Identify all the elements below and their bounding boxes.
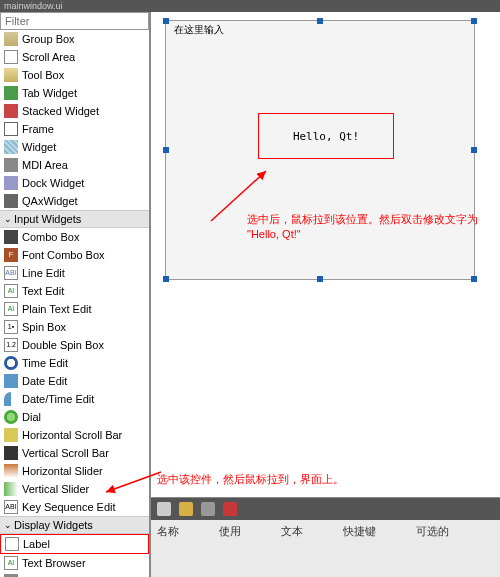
widget-label: Frame	[22, 123, 54, 135]
datetimeedit-item[interactable]: Date/Time Edit	[0, 390, 149, 408]
dockwidget-item[interactable]: Dock Widget	[0, 174, 149, 192]
window-titlebar: mainwindow.ui	[0, 0, 500, 12]
col-used[interactable]: 使用	[219, 524, 241, 539]
resize-handle[interactable]	[163, 276, 169, 282]
svg-line-1	[106, 472, 161, 492]
tabwidget-item[interactable]: Tab Widget	[0, 84, 149, 102]
widget-label: Text Browser	[22, 557, 86, 569]
plaintext-item-icon: AI	[4, 302, 18, 316]
resize-handle[interactable]	[163, 147, 169, 153]
fontcombo-item-icon: F	[4, 248, 18, 262]
col-text[interactable]: 文本	[281, 524, 303, 539]
widget-item[interactable]: Widget	[0, 138, 149, 156]
textbrowser-item-icon: AI	[4, 556, 18, 570]
textbrowser-item[interactable]: AIText Browser	[0, 554, 149, 572]
widget-label: MDI Area	[22, 159, 68, 171]
widget-label: Stacked Widget	[22, 105, 99, 117]
annotation-arrow-icon	[101, 467, 171, 497]
frame-item[interactable]: Frame	[0, 120, 149, 138]
dateedit-item[interactable]: Date Edit	[0, 372, 149, 390]
widget-label: Label	[23, 538, 50, 550]
hscrollbar-item[interactable]: Horizontal Scroll Bar	[0, 426, 149, 444]
datetimeedit-item-icon	[4, 392, 18, 406]
form-editor-canvas[interactable]: 在这里输入 Hello, Qt! 选中后，鼠标拉到该位置。然后双击修改文字为 "…	[150, 12, 500, 577]
widget-label: Vertical Slider	[22, 483, 89, 495]
doublespin-item-icon: 1.2	[4, 338, 18, 352]
chevron-down-icon: ⌄	[4, 520, 12, 530]
folder-icon[interactable]	[179, 502, 193, 516]
dial-item-icon	[4, 410, 18, 424]
frame-item-icon	[4, 122, 18, 136]
dockwidget-item-icon	[4, 176, 18, 190]
new-action-icon[interactable]	[157, 502, 171, 516]
action-table-header: 名称 使用 文本 快捷键 可选的	[151, 520, 500, 543]
action-editor-panel: 名称 使用 文本 快捷键 可选的	[151, 497, 500, 577]
mdiarea-item[interactable]: MDI Area	[0, 156, 149, 174]
form-menubar-hint[interactable]: 在这里输入	[174, 23, 224, 37]
resize-handle[interactable]	[471, 276, 477, 282]
widget-label: Group Box	[22, 33, 75, 45]
stackedwidget-item[interactable]: Stacked Widget	[0, 102, 149, 120]
widget-label: Spin Box	[22, 321, 66, 333]
input-widgets-group-header[interactable]: ⌄ Input Widgets	[0, 210, 149, 228]
label-widget[interactable]: Hello, Qt!	[258, 113, 394, 159]
widget-label: Font Combo Box	[22, 249, 105, 261]
widget-label: Time Edit	[22, 357, 68, 369]
group-label: Display Widgets	[14, 519, 93, 531]
widget-label: Horizontal Slider	[22, 465, 103, 477]
widget-label: Text Edit	[22, 285, 64, 297]
plaintext-item[interactable]: AIPlain Text Edit	[0, 300, 149, 318]
combobox-item[interactable]: Combo Box	[0, 228, 149, 246]
textedit-item[interactable]: AIText Edit	[0, 282, 149, 300]
combobox-item-icon	[4, 230, 18, 244]
timeedit-item[interactable]: Time Edit	[0, 354, 149, 372]
label-item-icon	[5, 537, 19, 551]
widget-label: Scroll Area	[22, 51, 75, 63]
toolbox-item[interactable]: Tool Box	[0, 66, 149, 84]
graphicsview-item[interactable]: Graphics View	[0, 572, 149, 577]
vscrollbar-item-icon	[4, 446, 18, 460]
keyseq-item[interactable]: ABIKey Sequence Edit	[0, 498, 149, 516]
widget-label: QAxWidget	[22, 195, 78, 207]
mdiarea-item-icon	[4, 158, 18, 172]
timeedit-item-icon	[4, 356, 18, 370]
filter-input[interactable]	[0, 12, 149, 30]
qaxwidget-item[interactable]: QAxWidget	[0, 192, 149, 210]
vscrollbar-item[interactable]: Vertical Scroll Bar	[0, 444, 149, 462]
resize-handle[interactable]	[163, 18, 169, 24]
groupbox-item-icon	[4, 32, 18, 46]
col-name[interactable]: 名称	[157, 524, 179, 539]
tabwidget-item-icon	[4, 86, 18, 100]
fontcombo-item[interactable]: FFont Combo Box	[0, 246, 149, 264]
resize-handle[interactable]	[471, 18, 477, 24]
lineedit-item[interactable]: ABILine Edit	[0, 264, 149, 282]
widget-label: Line Edit	[22, 267, 65, 279]
resize-handle[interactable]	[317, 276, 323, 282]
resize-handle[interactable]	[317, 18, 323, 24]
doublespin-item[interactable]: 1.2Double Spin Box	[0, 336, 149, 354]
copy-icon[interactable]	[201, 502, 215, 516]
widget-label: Date Edit	[22, 375, 67, 387]
delete-icon[interactable]	[223, 502, 237, 516]
groupbox-item[interactable]: Group Box	[0, 30, 149, 48]
group-label: Input Widgets	[14, 213, 81, 225]
dial-item[interactable]: Dial	[0, 408, 149, 426]
col-shortcut[interactable]: 快捷键	[343, 524, 376, 539]
chevron-down-icon: ⌄	[4, 214, 12, 224]
scrollarea-item[interactable]: Scroll Area	[0, 48, 149, 66]
widget-label: Double Spin Box	[22, 339, 104, 351]
widget-label: Tab Widget	[22, 87, 77, 99]
widget-label: Horizontal Scroll Bar	[22, 429, 122, 441]
widget-item-icon	[4, 140, 18, 154]
label-item[interactable]: Label	[0, 534, 149, 554]
col-checkable[interactable]: 可选的	[416, 524, 449, 539]
scrollarea-item-icon	[4, 50, 18, 64]
spinbox-item[interactable]: 1▪Spin Box	[0, 318, 149, 336]
widget-label: Dial	[22, 411, 41, 423]
resize-handle[interactable]	[471, 147, 477, 153]
qaxwidget-item-icon	[4, 194, 18, 208]
widget-label: Widget	[22, 141, 56, 153]
display-widgets-group-header[interactable]: ⌄ Display Widgets	[0, 516, 149, 534]
widget-label: Combo Box	[22, 231, 79, 243]
textedit-item-icon: AI	[4, 284, 18, 298]
